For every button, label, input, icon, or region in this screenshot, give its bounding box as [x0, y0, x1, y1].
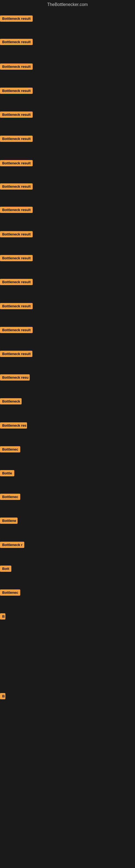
bottleneck-result-item[interactable]: Bottlene — [0, 518, 17, 525]
bottleneck-badge-19: Bottlenec — [0, 446, 20, 453]
bottleneck-badge-8: Bottleneck result — [0, 183, 33, 190]
bottleneck-result-item[interactable]: Bottleneck result — [0, 207, 33, 214]
bottleneck-result-item[interactable]: B — [0, 613, 5, 621]
bottleneck-result-item[interactable]: Bottleneck result — [0, 160, 33, 167]
bottleneck-badge-10: Bottleneck result — [0, 231, 33, 237]
bottleneck-badge-17: Bottleneck — [0, 398, 21, 404]
bottleneck-badge-9: Bottleneck result — [0, 207, 33, 213]
bottleneck-result-item[interactable]: Bottleneck result — [0, 327, 33, 334]
bottleneck-badge-4: Bottleneck result — [0, 88, 33, 94]
bottleneck-badge-27: B — [0, 693, 5, 699]
bottleneck-badge-22: Bottlene — [0, 518, 17, 524]
bottleneck-badge-1: Bottleneck result — [0, 16, 33, 22]
bottleneck-badge-2: Bottleneck result — [0, 39, 33, 45]
bottleneck-badge-11: Bottleneck result — [0, 255, 33, 261]
bottleneck-result-item[interactable]: Bottleneck result — [0, 183, 33, 191]
bottleneck-result-item[interactable]: Bottleneck result — [0, 351, 32, 358]
bottleneck-result-item[interactable]: Bott — [0, 565, 11, 573]
bottleneck-badge-23: Bottleneck r — [0, 542, 24, 548]
bottleneck-badge-3: Bottleneck result — [0, 63, 33, 70]
bottleneck-badge-5: Bottleneck result — [0, 112, 33, 118]
bottleneck-result-item[interactable]: Bottleneck result — [0, 112, 33, 119]
bottleneck-badge-13: Bottleneck result — [0, 303, 33, 309]
bottleneck-result-item[interactable]: Bottleneck r — [0, 542, 24, 549]
bottleneck-badge-21: Bottlenec — [0, 494, 20, 500]
bottleneck-badge-14: Bottleneck result — [0, 327, 33, 333]
bottleneck-result-item[interactable]: Bottlenec — [0, 446, 20, 454]
bottleneck-result-item[interactable]: Bottleneck result — [0, 16, 33, 23]
bottleneck-result-item[interactable]: Bottleneck result — [0, 63, 33, 71]
bottleneck-result-item[interactable]: Bottlenec — [0, 589, 20, 597]
bottleneck-result-item[interactable]: Bottleneck result — [0, 39, 33, 46]
bottleneck-result-item[interactable]: Bottleneck result — [0, 231, 33, 239]
bottleneck-result-item[interactable]: Bottleneck result — [0, 255, 33, 262]
bottleneck-result-item[interactable]: Bottleneck result — [0, 135, 33, 143]
bottleneck-result-item[interactable]: Bottleneck res — [0, 422, 27, 430]
bottleneck-badge-20: Bottle — [0, 470, 14, 476]
bottleneck-result-item[interactable]: Bottleneck result — [0, 279, 33, 286]
bottleneck-badge-6: Bottleneck result — [0, 135, 33, 142]
bottleneck-badge-25: Bottlenec — [0, 589, 20, 596]
bottleneck-result-item[interactable]: Bottleneck result — [0, 303, 33, 310]
bottleneck-badge-15: Bottleneck result — [0, 351, 32, 357]
bottleneck-badge-18: Bottleneck res — [0, 422, 27, 429]
bottleneck-badge-12: Bottleneck result — [0, 279, 33, 285]
bottleneck-badge-24: Bott — [0, 565, 11, 572]
bottleneck-result-item[interactable]: Bottle — [0, 470, 14, 477]
bottleneck-result-item[interactable]: B — [0, 693, 5, 701]
bottleneck-result-item[interactable]: Bottleneck result — [0, 88, 33, 95]
site-title: TheBottlenecker.com — [0, 0, 135, 9]
bottleneck-badge-16: Bottleneck resu — [0, 374, 30, 380]
bottleneck-result-item[interactable]: Bottleneck — [0, 398, 21, 405]
bottleneck-badge-26: B — [0, 613, 5, 620]
bottleneck-result-item[interactable]: Bottleneck resu — [0, 374, 30, 382]
bottleneck-badge-7: Bottleneck result — [0, 160, 33, 166]
bottleneck-result-item[interactable]: Bottlenec — [0, 494, 20, 501]
